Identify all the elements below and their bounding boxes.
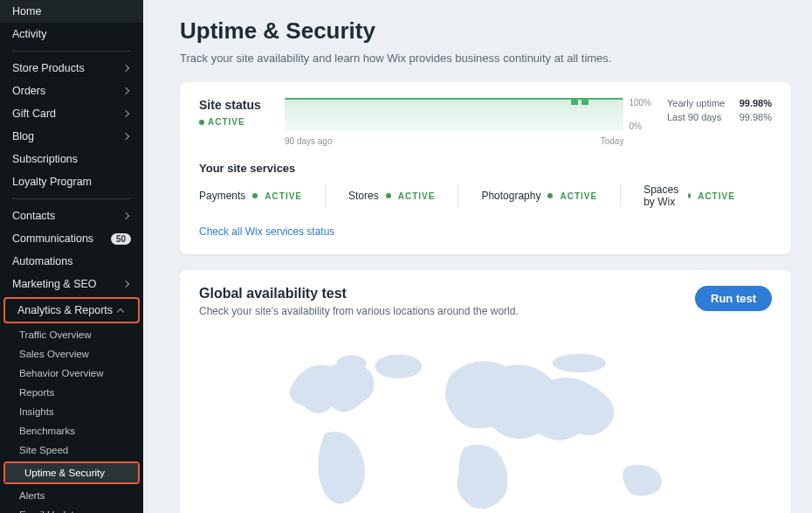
notification-badge: 50	[111, 233, 131, 245]
last90-value: 99.98%	[740, 112, 772, 122]
chart-y-min: 0%	[629, 121, 651, 131]
site-status-state: ACTIVE	[199, 117, 269, 127]
sidebar-item-label: Contacts	[12, 210, 55, 222]
sidebar-subitem-site-speed[interactable]: Site Speed	[0, 440, 143, 460]
uptime-stats: Yearly uptime99.98% Last 90 days99.98%	[667, 98, 772, 126]
service-stores: StoresACTIVE	[348, 184, 458, 208]
check-all-services-link[interactable]: Check all Wix services status	[199, 225, 334, 238]
sidebar-item-activity[interactable]: Activity	[0, 23, 143, 45]
sidebar-subitem-traffic-overview[interactable]: Traffic Overview	[0, 325, 143, 344]
sidebar-item-communications[interactable]: Communications50	[0, 227, 143, 250]
sidebar-item-label: Communications	[12, 232, 93, 245]
sidebar-subitem-alerts[interactable]: Alerts	[0, 486, 143, 505]
service-name: Payments	[199, 190, 245, 202]
service-payments: PaymentsACTIVE	[199, 184, 326, 208]
site-status-card: Site status ACTIVE 90 days ago Today 100…	[180, 82, 791, 254]
service-name: Stores	[348, 190, 379, 202]
service-state: ACTIVE	[398, 191, 436, 201]
chevron-right-icon	[122, 211, 131, 220]
chart-x-end: Today	[601, 136, 624, 146]
svg-point-1	[337, 355, 367, 371]
sidebar-item-label: Home	[12, 5, 41, 17]
sidebar-item-home[interactable]: Home	[0, 0, 143, 23]
chevron-right-icon	[122, 87, 131, 95]
sidebar-item-analytics-reports[interactable]: Analytics & Reports	[5, 299, 138, 322]
sidebar-item-orders[interactable]: Orders	[0, 80, 143, 102]
main-content: Uptime & Security Track your site availa…	[143, 0, 812, 513]
sidebar-subitem-email-updates[interactable]: Email Updates	[0, 505, 143, 513]
chevron-right-icon	[122, 64, 131, 73]
service-spaces-by-wix: Spaces by WixACTIVE	[643, 184, 758, 208]
sidebar-separator	[12, 198, 131, 199]
sidebar: Home Activity Store Products Orders Gift…	[0, 0, 143, 513]
svg-point-2	[553, 354, 606, 372]
sidebar-item-contacts[interactable]: Contacts	[0, 205, 143, 227]
world-map	[199, 333, 772, 513]
sidebar-item-label: Gift Card	[12, 107, 56, 120]
sidebar-item-automations[interactable]: Automations	[0, 250, 143, 273]
service-state: ACTIVE	[698, 191, 735, 201]
yearly-uptime-label: Yearly uptime	[667, 98, 725, 108]
sidebar-item-gift-card[interactable]: Gift Card	[0, 102, 143, 125]
sidebar-subitem-insights[interactable]: Insights	[0, 402, 143, 421]
sidebar-subitem-uptime-security[interactable]: Uptime & Security	[5, 463, 138, 482]
highlight-box: Uptime & Security	[3, 461, 140, 484]
run-test-button[interactable]: Run test	[695, 286, 772, 311]
status-dot-icon	[547, 193, 553, 198]
site-status-state-label: ACTIVE	[208, 117, 245, 127]
chevron-right-icon	[122, 109, 131, 118]
services-list: PaymentsACTIVE StoresACTIVE PhotographyA…	[199, 184, 772, 208]
availability-title: Global availability test	[199, 286, 519, 302]
availability-subtitle: Check your site's availability from vari…	[199, 305, 519, 317]
sidebar-item-label: Orders	[12, 85, 45, 97]
highlight-box: Analytics & Reports	[3, 297, 140, 323]
sidebar-subitem-benchmarks[interactable]: Benchmarks	[0, 421, 143, 440]
sidebar-item-label: Automations	[12, 255, 72, 267]
global-availability-card: Global availability test Check your site…	[180, 270, 791, 513]
status-dot-icon	[386, 193, 391, 198]
site-status-title: Site status	[199, 98, 269, 112]
service-state: ACTIVE	[560, 191, 597, 201]
chevron-right-icon	[122, 132, 131, 141]
yearly-uptime-value: 99.98%	[740, 98, 772, 108]
sidebar-item-label: Marketing & SEO	[12, 278, 97, 290]
svg-point-0	[375, 355, 423, 379]
status-dot-icon	[199, 120, 204, 125]
sidebar-item-label: Blog	[12, 130, 34, 142]
page-subtitle: Track your site availability and learn h…	[180, 52, 791, 65]
world-map-icon	[199, 333, 772, 513]
uptime-chart	[285, 98, 623, 131]
service-state: ACTIVE	[265, 191, 302, 201]
services-title: Your site services	[199, 162, 772, 175]
service-name: Photography	[481, 190, 540, 202]
sidebar-separator	[12, 51, 131, 52]
sidebar-item-label: Analytics & Reports	[17, 304, 113, 316]
sidebar-item-marketing-seo[interactable]: Marketing & SEO	[0, 273, 143, 295]
sidebar-subitem-sales-overview[interactable]: Sales Overview	[0, 344, 143, 364]
service-name: Spaces by Wix	[643, 184, 681, 208]
sidebar-item-loyalty-program[interactable]: Loyalty Program	[0, 170, 143, 193]
sidebar-item-label: Store Products	[12, 62, 85, 74]
sidebar-item-subscriptions[interactable]: Subscriptions	[0, 148, 143, 170]
sidebar-subitem-behavior-overview[interactable]: Behavior Overview	[0, 364, 143, 383]
status-dot-icon	[688, 193, 691, 198]
page-title: Uptime & Security	[180, 17, 791, 45]
sidebar-item-label: Activity	[12, 28, 47, 40]
sidebar-item-label: Subscriptions	[12, 153, 78, 165]
chevron-up-icon	[117, 306, 126, 315]
status-dot-icon	[252, 193, 258, 198]
last90-label: Last 90 days	[667, 112, 721, 122]
chart-x-start: 90 days ago	[285, 136, 333, 146]
sidebar-item-store-products[interactable]: Store Products	[0, 57, 143, 80]
chart-y-max: 100%	[629, 98, 651, 107]
sidebar-item-blog[interactable]: Blog	[0, 125, 143, 148]
chevron-right-icon	[122, 280, 131, 288]
service-photography: PhotographyACTIVE	[481, 184, 621, 208]
sidebar-item-label: Loyalty Program	[12, 176, 92, 188]
sidebar-subitem-reports[interactable]: Reports	[0, 383, 143, 402]
